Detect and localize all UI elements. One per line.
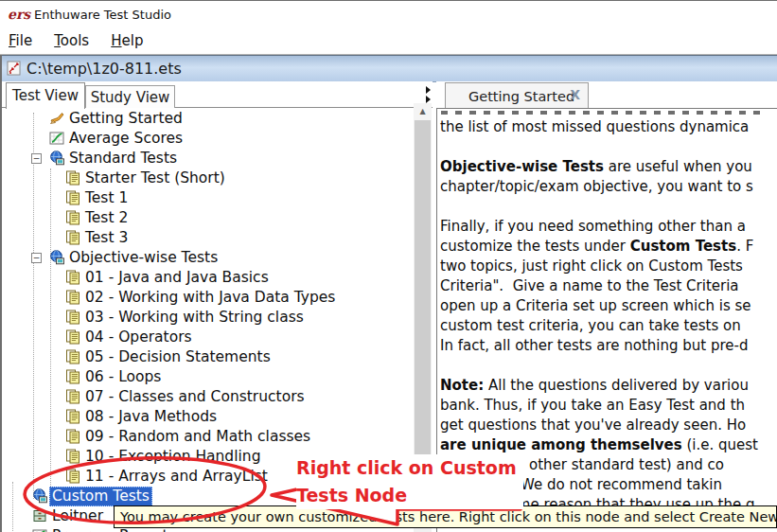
tree-node-test-1[interactable]: Test 1: [2, 188, 414, 208]
tab-test-view[interactable]: Test View: [6, 82, 85, 109]
test-doc-icon: [65, 369, 80, 384]
tests-globe-icon: [49, 151, 64, 166]
tree-node-objective-wise-tests[interactable]: −Objective-wise Tests: [2, 248, 414, 268]
tree-node-05-decision-statements[interactable]: 05 - Decision Statements: [2, 347, 414, 367]
tree-node-label[interactable]: Starter Test (Short): [85, 168, 225, 188]
content-line: Criteria". Give a name to the Test Crite…: [440, 276, 777, 296]
tree-node-label[interactable]: 02 - Working with Java Data Types: [85, 288, 335, 308]
content-line: customize the tests under Custom Tests. …: [440, 237, 777, 257]
scores-chart-icon: [49, 131, 64, 146]
tab-scroll-arrows-icon[interactable]: [426, 84, 431, 105]
scrollbar-thumb[interactable]: [415, 120, 431, 465]
content-line: Objective-wise Tests are useful when you: [440, 157, 777, 177]
tree-node-label[interactable]: Custom Tests: [49, 487, 152, 506]
tree-node-label[interactable]: 04 - Operators: [85, 328, 192, 347]
content-line: [440, 197, 777, 217]
annotation-text: Right click on Custom Tests Node: [296, 454, 523, 509]
test-doc-icon: [65, 389, 80, 404]
scores-chart-icon: [32, 528, 47, 532]
tree-node-label[interactable]: 11 - Arrays and ArrayList: [85, 467, 268, 487]
tab-close-icon[interactable]: X: [570, 87, 580, 102]
test-doc-icon: [65, 310, 80, 325]
tree-node-label[interactable]: Objective-wise Tests: [69, 248, 218, 268]
tree-node-label[interactable]: Leitner: [52, 506, 103, 526]
test-doc-icon: [65, 449, 80, 464]
content-line: [440, 137, 777, 157]
test-doc-icon: [65, 429, 80, 444]
tree-node-starter-test-short-[interactable]: Starter Test (Short): [2, 168, 414, 188]
app-logo: ers: [8, 7, 30, 22]
annotation-text-line1: Right click on Custom: [296, 454, 523, 482]
tree-node-label[interactable]: 08 - Java Methods: [85, 407, 217, 427]
tree-node-label[interactable]: Standard Tests: [69, 149, 177, 168]
tab-study-view[interactable]: Study View: [85, 85, 175, 108]
tree-node-09-random-and-math-classes[interactable]: 09 - Random and Math classes: [2, 427, 414, 447]
tree-node-06-loops[interactable]: 06 - Loops: [2, 367, 414, 387]
test-doc-icon: [65, 409, 80, 424]
content-line: chapter/topic/exam objective, you want t…: [440, 177, 777, 197]
hand-icon: [49, 111, 64, 126]
menu-bar: File Tools Help: [0, 28, 777, 55]
content-line: Note: All the questions delivered by var…: [440, 376, 777, 396]
tree-node-02-working-with-java-data-types[interactable]: 02 - Working with Java Data Types: [2, 288, 414, 308]
tree-node-label[interactable]: Test 1: [85, 188, 128, 208]
tests-globe-icon: [49, 250, 64, 265]
tree-node-test-3[interactable]: Test 3: [2, 228, 414, 248]
tree-node-label[interactable]: 06 - Loops: [85, 367, 161, 387]
tree-node-label[interactable]: Average Scores: [69, 129, 183, 149]
tree-node-average-scores[interactable]: Average Scores: [2, 129, 414, 149]
tree-node-label[interactable]: 10 - Exception Handling: [85, 447, 260, 467]
content-line: get questions that you've already seen. …: [440, 416, 777, 435]
tests-globe-icon: [32, 488, 47, 504]
test-doc-icon: [65, 190, 80, 205]
document-titlebar[interactable]: C:\temp\1z0-811.ets: [0, 55, 777, 82]
tree-node-01-java-and-java-basics[interactable]: 01 - Java and Java Basics: [2, 268, 414, 288]
tree-node-label[interactable]: 09 - Random and Math classes: [85, 427, 310, 447]
tree-node-label[interactable]: 03 - Working with String class: [85, 308, 304, 328]
tree-node-getting-started[interactable]: Getting Started: [2, 109, 414, 129]
right-tabstrip: Getting Started X: [436, 81, 777, 108]
menu-file[interactable]: File: [9, 32, 32, 49]
tree-node-04-operators[interactable]: 04 - Operators: [2, 328, 414, 347]
test-doc-icon: [65, 349, 80, 364]
content-line: [440, 356, 777, 376]
tab-getting-started[interactable]: Getting Started X: [445, 82, 589, 108]
tree-node-label[interactable]: 07 - Classes and Constructors: [85, 387, 305, 407]
content-line: custom test criteria, you can take tests…: [440, 316, 777, 336]
clipped-text-sliver: [441, 111, 768, 115]
expander-minus-icon[interactable]: −: [31, 153, 42, 164]
content-line: open up a Criteria set up screen which i…: [440, 296, 777, 316]
test-doc-icon: [65, 329, 80, 345]
left-tabstrip: Test View Study View: [2, 81, 433, 108]
tree-node-label[interactable]: Getting Started: [69, 109, 183, 129]
tree-node-label[interactable]: Test 2: [85, 208, 128, 228]
test-doc-icon: [65, 170, 80, 186]
test-doc-icon: [65, 230, 80, 245]
tab-getting-started-label: Getting Started: [468, 89, 574, 104]
content-line: the list of most missed questions dynami…: [440, 117, 777, 137]
tree-node-07-classes-and-constructors[interactable]: 07 - Classes and Constructors: [2, 387, 414, 407]
document-path: C:\temp\1z0-811.ets: [26, 60, 182, 78]
test-doc-icon: [65, 210, 80, 225]
content-line: Finally, if you need something other tha…: [440, 217, 777, 237]
app-titlebar: ers Enthuware Test Studio: [0, 1, 777, 28]
expander-minus-icon[interactable]: −: [31, 253, 42, 263]
content-line: are unique among themselves (i.e. quest: [440, 435, 777, 455]
test-doc-icon: [65, 290, 80, 305]
tree-node-label[interactable]: Test 3: [85, 228, 128, 248]
app-title: Enthuware Test Studio: [34, 8, 171, 22]
tree-node-label[interactable]: 05 - Decision Statements: [85, 347, 271, 367]
tree-node-08-java-methods[interactable]: 08 - Java Methods: [2, 407, 414, 427]
annotation-text-line2: Tests Node: [296, 482, 523, 509]
scrollbar-up-arrow-icon[interactable]: ▲: [414, 103, 432, 120]
test-doc-icon: [65, 270, 80, 285]
content-line: bank. Thus, if you take an Easy Test and…: [440, 396, 777, 416]
tree-node-test-2[interactable]: Test 2: [2, 208, 414, 228]
tree-node-03-working-with-string-class[interactable]: 03 - Working with String class: [2, 308, 414, 328]
ets-file-icon: [7, 61, 21, 80]
tree-node-standard-tests[interactable]: −Standard Tests: [2, 149, 414, 168]
menu-help[interactable]: Help: [111, 32, 143, 49]
leitner-drawers-icon: [32, 508, 47, 523]
tree-node-label[interactable]: 01 - Java and Java Basics: [85, 268, 269, 288]
menu-tools[interactable]: Tools: [54, 32, 89, 49]
